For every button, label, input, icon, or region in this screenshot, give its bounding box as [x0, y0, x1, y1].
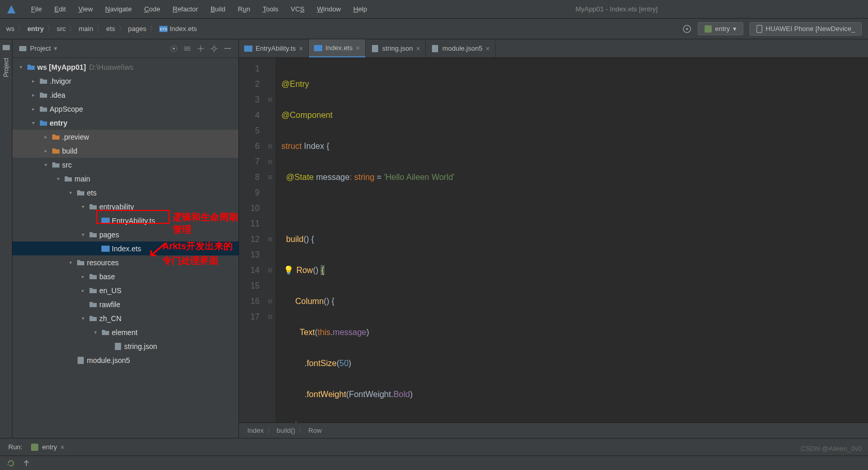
project-tab-icon[interactable]: [2, 43, 10, 52]
collapse-icon[interactable]: [196, 44, 205, 53]
tab-entryability[interactable]: EntryAbility.ts×: [239, 39, 309, 57]
project-tab-label[interactable]: Project: [2, 54, 11, 81]
code-content[interactable]: @Entry @Component struct Index { @State …: [275, 58, 868, 422]
menu-window[interactable]: Window: [313, 3, 345, 15]
project-tree[interactable]: ▾ws [MyApp01]D:\Huawei\ws ▸.hvigor ▸.ide…: [12, 58, 238, 438]
chevron-down-icon[interactable]: ▾: [54, 44, 57, 52]
tree-index-ets[interactable]: Index.ets: [12, 241, 238, 255]
bc-row[interactable]: Row: [308, 427, 322, 434]
svg-point-9: [173, 48, 175, 50]
tree-build[interactable]: ▸build: [12, 144, 238, 158]
tab-module[interactable]: module.json5×: [426, 39, 496, 57]
tree-en-us[interactable]: ▸en_US: [12, 283, 238, 297]
device-dropdown[interactable]: HUAWEI Phone [NewDevice_: [750, 22, 862, 36]
tree-string-json[interactable]: string.json: [12, 339, 238, 353]
menu-navigate[interactable]: Navigate: [101, 3, 136, 15]
bc-index[interactable]: Index: [247, 427, 264, 434]
svg-point-3: [686, 28, 688, 30]
tree-resources[interactable]: ▾resources: [12, 255, 238, 269]
close-icon[interactable]: ×: [356, 44, 360, 52]
tree-hvigor[interactable]: ▸.hvigor: [12, 74, 238, 88]
minimize-icon[interactable]: —: [223, 44, 232, 53]
chevron-down-icon: ▾: [733, 25, 737, 33]
tree-entry-ts[interactable]: EntryAbility.ts: [12, 214, 238, 228]
tab-label: string.json: [382, 44, 413, 52]
folder-icon: [89, 231, 97, 239]
tree-preview[interactable]: ▸.preview: [12, 130, 238, 144]
svg-rect-14: [78, 357, 84, 364]
crumb-pages[interactable]: pages: [128, 25, 146, 33]
watermark: CSDN @Aileen_0v0: [801, 445, 862, 452]
menu-tools[interactable]: Tools: [259, 3, 282, 15]
crumb-main[interactable]: main: [79, 25, 93, 33]
tree-entry[interactable]: ▾entry: [12, 116, 238, 130]
ts-file-icon: [244, 44, 252, 53]
close-icon[interactable]: ×: [299, 44, 303, 53]
folder-icon: [77, 259, 85, 267]
svg-rect-11: [101, 218, 110, 224]
phone-icon: [756, 25, 762, 33]
crumb-src[interactable]: src: [57, 25, 66, 33]
close-icon[interactable]: ×: [60, 443, 64, 451]
tree-base[interactable]: ▸base: [12, 269, 238, 283]
svg-rect-16: [314, 45, 322, 51]
crumb-ets[interactable]: ets: [106, 25, 115, 33]
tab-string[interactable]: string.json×: [366, 39, 426, 57]
run-tab[interactable]: entry: [42, 443, 57, 451]
editor-tabs: EntryAbility.ts× Index.ets× string.json×…: [239, 39, 868, 58]
tab-index[interactable]: Index.ets×: [309, 39, 366, 57]
tree-root[interactable]: ▾ws [MyApp01]D:\Huawei\ws: [12, 60, 238, 74]
sidebar-tab-strip: Project: [0, 39, 12, 438]
run-config-label: entry: [715, 25, 730, 33]
crumb-entry[interactable]: entry: [27, 25, 44, 33]
menu-view[interactable]: View: [74, 3, 97, 15]
tree-ets[interactable]: ▾ets: [12, 186, 238, 200]
bc-build[interactable]: build(): [277, 427, 295, 434]
close-icon[interactable]: ×: [416, 44, 420, 53]
code-area[interactable]: 1234567891011121314151617 ⊟ ⊟⊟⊟ ⊟ ⊟ ⊟⊟ @…: [239, 58, 868, 422]
close-icon[interactable]: ×: [486, 44, 490, 53]
menu-build[interactable]: Build: [206, 3, 230, 15]
folder-icon: [52, 161, 60, 169]
menu-help[interactable]: Help: [349, 3, 371, 15]
crosshair-icon[interactable]: [682, 24, 692, 34]
svg-rect-12: [101, 246, 110, 252]
folder-icon: [89, 286, 97, 295]
tree-main[interactable]: ▾main: [12, 172, 238, 186]
tree-src[interactable]: ▾src: [12, 158, 238, 172]
tree-appscope[interactable]: ▸AppScope: [12, 102, 238, 116]
run-toolwindow-bar: Run: entry × CSDN @Aileen_0v0: [0, 438, 868, 456]
menu-file[interactable]: File: [27, 3, 46, 15]
folder-icon: [89, 203, 97, 211]
tree-entryability[interactable]: ▾entryability: [12, 200, 238, 214]
json-file-icon: [77, 356, 85, 365]
gear-icon[interactable]: [209, 44, 219, 53]
folder-icon: [39, 105, 48, 113]
crumb-ws[interactable]: ws: [6, 25, 14, 33]
tree-module-json[interactable]: module.json5: [12, 353, 238, 367]
expand-icon[interactable]: [183, 44, 192, 53]
rerun-icon[interactable]: [6, 459, 16, 468]
panel-title: Project: [30, 44, 51, 52]
tree-element[interactable]: ▾element: [12, 325, 238, 339]
up-icon[interactable]: [22, 459, 31, 468]
tree-zh-cn[interactable]: ▾zh_CN: [12, 311, 238, 325]
tree-pages[interactable]: ▾pages: [12, 228, 238, 241]
panel-header: Project ▾ —: [12, 39, 238, 58]
crumb-file[interactable]: Index.ets: [170, 25, 197, 33]
fold-gutter[interactable]: ⊟ ⊟⊟⊟ ⊟ ⊟ ⊟⊟: [265, 58, 275, 422]
menu-vcs[interactable]: VCS: [287, 3, 309, 15]
folder-icon: [39, 119, 48, 127]
tree-rawfile[interactable]: rawfile: [12, 297, 238, 311]
json-file-icon: [431, 44, 439, 53]
run-config-dropdown[interactable]: entry ▾: [698, 22, 743, 35]
editor-area: EntryAbility.ts× Index.ets× string.json×…: [239, 39, 868, 438]
menu-edit[interactable]: Edit: [50, 3, 70, 15]
tree-idea[interactable]: ▸.idea: [12, 88, 238, 102]
tab-label: Index.ets: [325, 44, 353, 52]
select-opened-icon[interactable]: [169, 44, 178, 53]
menu-code[interactable]: Code: [140, 3, 164, 15]
menu-run[interactable]: Run: [234, 3, 255, 15]
svg-point-10: [213, 47, 216, 50]
menu-refactor[interactable]: Refactor: [169, 3, 202, 15]
